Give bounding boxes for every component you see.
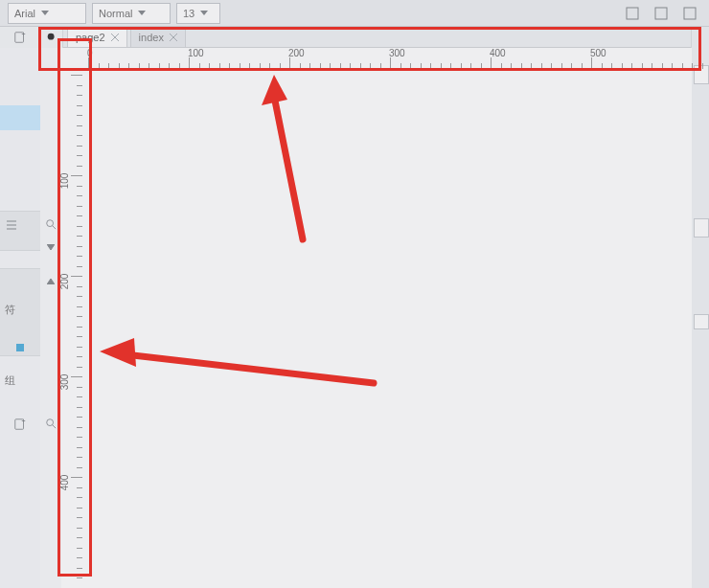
- annotation-arrows: [0, 0, 709, 588]
- svg-marker-26: [262, 75, 287, 105]
- svg-line-27: [125, 354, 374, 383]
- svg-line-25: [274, 96, 303, 239]
- svg-marker-28: [100, 338, 136, 367]
